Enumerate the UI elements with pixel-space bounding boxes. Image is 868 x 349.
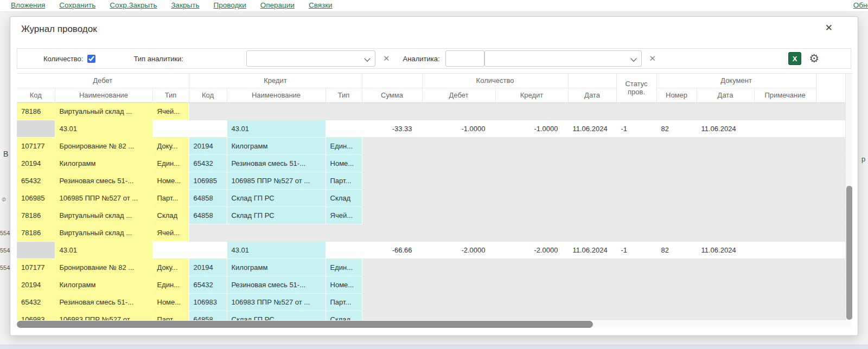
cell-sum[interactable]	[362, 102, 422, 120]
analytics-type-combo[interactable]	[246, 50, 375, 67]
cell-date[interactable]	[568, 137, 616, 154]
cell-debit-type[interactable]: Парт...	[152, 189, 189, 206]
cell-credit-code[interactable]	[189, 224, 227, 241]
cell-credit-code[interactable]: 106985	[189, 172, 227, 189]
cell-credit-type[interactable]: Парт...	[326, 293, 362, 311]
table-row[interactable]: 107177Бронирование № 82 ...Доку...20194К…	[17, 258, 845, 276]
table-row[interactable]: 78186Виртуальный склад ...Ячей...	[17, 102, 845, 120]
cell-debit-name[interactable]: 43.01	[55, 120, 152, 137]
cell-credit-type[interactable]: Склад	[326, 311, 362, 320]
cell-note[interactable]	[754, 258, 816, 276]
column-header-sum[interactable]: Сумма	[362, 88, 422, 102]
cell-debit-type[interactable]: Склад	[152, 206, 189, 224]
cell-debit-type[interactable]: Номе...	[152, 293, 189, 311]
cell-debit-name[interactable]: Резиновая смесь 51-...	[55, 293, 152, 311]
cell-qty-debit[interactable]	[422, 154, 495, 172]
cell-debit-code[interactable]	[17, 241, 55, 258]
cell-status[interactable]	[616, 102, 656, 120]
column-header-doc-date[interactable]: Дата	[697, 88, 754, 102]
cell-credit-code[interactable]	[189, 120, 227, 137]
group-header-debit[interactable]: Дебет	[17, 74, 189, 88]
cell-date[interactable]: 11.06.2024	[568, 120, 616, 137]
column-header-doc-number[interactable]: Номер	[656, 88, 697, 102]
cell-status[interactable]	[616, 311, 656, 320]
cell-debit-name[interactable]: Килограмм	[55, 154, 152, 172]
cell-date[interactable]	[568, 224, 616, 241]
cell-qty-debit[interactable]	[422, 172, 495, 189]
cell-doc-date[interactable]	[697, 137, 754, 154]
table-row[interactable]: 106985106985 ППР №527 от ...Парт...64858…	[17, 189, 845, 206]
cell-credit-type[interactable]	[326, 224, 362, 241]
cell-status[interactable]	[616, 258, 656, 276]
cell-doc-date[interactable]	[697, 311, 754, 320]
cell-qty-credit[interactable]	[495, 293, 568, 311]
table-row[interactable]: 65432Резиновая смесь 51-...Номе...106985…	[17, 172, 845, 189]
cell-credit-type[interactable]	[326, 102, 362, 120]
cell-doc-date[interactable]	[697, 293, 754, 311]
cell-note[interactable]	[754, 293, 816, 311]
cell-debit-name[interactable]: Килограмм	[55, 276, 152, 293]
gear-icon[interactable]: ⚙	[809, 52, 819, 65]
cell-debit-name[interactable]: Бронирование № 82 ...	[55, 137, 152, 154]
cell-qty-debit[interactable]	[422, 293, 495, 311]
export-excel-icon[interactable]: X	[788, 52, 801, 65]
cell-qty-credit[interactable]	[495, 172, 568, 189]
cell-note[interactable]	[754, 206, 816, 224]
cell-credit-name[interactable]: 106983 ППР №527 от ...	[227, 293, 326, 311]
cell-date[interactable]	[568, 172, 616, 189]
cell-doc-number[interactable]	[656, 137, 697, 154]
cell-debit-name[interactable]: Бронирование № 82 ...	[55, 258, 152, 276]
vertical-scrollbar-thumb[interactable]	[846, 186, 852, 320]
cell-qty-credit[interactable]	[495, 311, 568, 320]
cell-credit-type[interactable]: Един...	[326, 137, 362, 154]
table-row[interactable]: 43.0143.01-66.66-2.0000-2.000011.06.2024…	[17, 241, 845, 258]
column-header-credit-type[interactable]: Тип	[326, 88, 362, 102]
cell-sum[interactable]	[362, 258, 422, 276]
cell-debit-code[interactable]	[17, 120, 55, 137]
group-header-document[interactable]: Документ	[656, 74, 816, 88]
quantity-checkbox[interactable]	[87, 55, 95, 63]
close-icon[interactable]: ✕	[825, 23, 833, 34]
cell-credit-code[interactable]	[189, 241, 227, 258]
cell-status[interactable]	[616, 154, 656, 172]
table-row[interactable]: 43.0143.01-33.33-1.0000-1.000011.06.2024…	[17, 120, 845, 137]
cell-qty-credit[interactable]: -1.0000	[495, 120, 568, 137]
cell-qty-credit[interactable]	[495, 154, 568, 172]
cell-credit-name[interactable]: Склад ГП РС	[227, 189, 326, 206]
cell-sum[interactable]	[362, 172, 422, 189]
cell-qty-debit[interactable]	[422, 206, 495, 224]
cell-credit-code[interactable]: 64858	[189, 189, 227, 206]
table-row[interactable]: 65432Резиновая смесь 51-...Номе...106983…	[17, 293, 845, 311]
cell-doc-date[interactable]	[697, 206, 754, 224]
menu-item-vlozheniya[interactable]: Вложения	[11, 0, 45, 10]
cell-credit-name[interactable]: 43.01	[227, 241, 326, 258]
cell-debit-type[interactable]	[152, 120, 189, 137]
table-row[interactable]: 20194КилограммЕдин...65432Резиновая смес…	[17, 154, 845, 172]
cell-date[interactable]	[568, 154, 616, 172]
cell-status[interactable]	[616, 137, 656, 154]
cell-qty-debit[interactable]	[422, 258, 495, 276]
analytics-clear-icon[interactable]: ✕	[649, 54, 656, 63]
cell-debit-type[interactable]: Ячей...	[152, 102, 189, 120]
cell-qty-debit[interactable]: -1.0000	[422, 120, 495, 137]
cell-credit-code[interactable]: 65432	[189, 276, 227, 293]
cell-credit-code[interactable]: 20194	[189, 137, 227, 154]
cell-date[interactable]	[568, 276, 616, 293]
cell-sum[interactable]	[362, 224, 422, 241]
cell-sum[interactable]	[362, 276, 422, 293]
cell-debit-code[interactable]: 106985	[17, 189, 55, 206]
table-row[interactable]: 20194КилограммЕдин...65432Резиновая смес…	[17, 276, 845, 293]
analytics-combo[interactable]	[484, 50, 642, 67]
cell-credit-name[interactable]: Резиновая смесь 51-...	[227, 276, 326, 293]
cell-qty-debit[interactable]	[422, 137, 495, 154]
cell-debit-type[interactable]: Доку...	[152, 258, 189, 276]
cell-qty-credit[interactable]	[495, 276, 568, 293]
cell-doc-number[interactable]	[656, 189, 697, 206]
cell-note[interactable]	[754, 137, 816, 154]
cell-status[interactable]: -1	[616, 120, 656, 137]
cell-sum[interactable]	[362, 206, 422, 224]
menu-item-sohranit[interactable]: Сохранить	[59, 0, 95, 10]
cell-status[interactable]	[616, 189, 656, 206]
cell-doc-number[interactable]	[656, 172, 697, 189]
column-header-debit-code[interactable]: Код	[17, 88, 55, 102]
